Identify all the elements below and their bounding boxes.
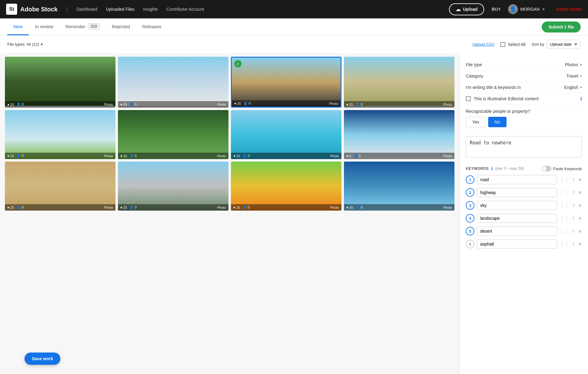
keywords-info-icon[interactable]: ℹ (491, 166, 493, 171)
keyword-delete-icon[interactable]: ✕ (578, 216, 582, 221)
grid-item[interactable]: ✓ ♥ 25 👤 0 Photo (231, 57, 341, 108)
grid-image (344, 110, 454, 159)
keyword-input[interactable] (477, 201, 557, 210)
grid-item[interactable]: ♥ 25 👤 0 Photo (118, 162, 228, 211)
editorial-label: This is Illustrative Editorial content (474, 96, 577, 101)
upload-button[interactable]: ☁ Upload (449, 3, 484, 15)
keyword-delete-icon[interactable]: ✕ (578, 241, 582, 247)
keyword-number: 5 (466, 227, 474, 235)
grid-item[interactable]: ♥ 25 👤 0 Photo (344, 57, 454, 108)
keyword-row: 6⋮⋮⇧✕ (466, 238, 582, 250)
editorial-info-icon[interactable]: ℹ (580, 96, 582, 101)
file-type-label: Photo (443, 103, 452, 106)
keyword-move-up-icon[interactable]: ⇧ (572, 216, 575, 221)
save-work-button[interactable]: Save work (24, 353, 60, 365)
keyword-input[interactable] (477, 188, 557, 197)
keyword-delete-icon[interactable]: ✕ (578, 228, 582, 234)
submit-file-button[interactable]: Submit 1 file (542, 21, 581, 32)
keywords-hint: (min: 5 - max: 50) (495, 166, 524, 171)
grid-item[interactable]: ♥ 25 👤 0 Photo (231, 162, 341, 211)
sort-dropdown[interactable]: Upload date Title File type (547, 40, 581, 49)
select-all-checkbox[interactable] (500, 42, 505, 47)
select-all-section[interactable]: Select All (500, 42, 526, 47)
keyword-move-up-icon[interactable]: ⇧ (572, 190, 575, 195)
keyword-move-up-icon[interactable]: ⇧ (572, 177, 575, 182)
language-value[interactable]: English ▾ (564, 85, 582, 90)
tab-in-review[interactable]: In review (29, 18, 59, 35)
upload-csv-button[interactable]: Upload CSV (473, 42, 495, 47)
file-type-label: Photo (330, 206, 339, 209)
tab-rejected[interactable]: Rejected (106, 18, 136, 35)
grid-image (5, 57, 115, 106)
grid-item[interactable]: ♥ 25 👤 0 Photo (344, 162, 454, 211)
nav-dashboard[interactable]: Dashboard (76, 7, 97, 12)
grid-item[interactable]: ♥ 25 👤 0 Photo (5, 57, 115, 108)
editorial-checkbox[interactable] (466, 96, 471, 101)
keyword-move-up-icon[interactable]: ⇧ (572, 242, 575, 246)
file-type-label: Photo (330, 154, 339, 158)
nav-contributor-account[interactable]: Contributor Account (167, 7, 204, 12)
nav-insights[interactable]: Insights (143, 7, 158, 12)
keyword-drag-icon[interactable]: ⋮⋮ (560, 241, 569, 247)
grid-item[interactable]: ♥ 25 👤 0 Photo (5, 110, 115, 159)
grid-item[interactable]: ♥ 25 👤 0 Photo (231, 110, 341, 159)
likes-stat: ♥ 25 (234, 102, 241, 105)
file-type-label: Photo (217, 103, 226, 106)
keyword-input[interactable] (477, 214, 557, 223)
toolbar: File types: All (12) ▾ Upload CSV Select… (0, 36, 588, 53)
yes-no-buttons: Yes No (466, 117, 582, 127)
user-menu[interactable]: 👤 MORGAN ▼ (508, 4, 545, 14)
keyword-drag-icon[interactable]: ⋮⋮ (560, 177, 569, 183)
grid-image (231, 110, 341, 159)
category-value[interactable]: Travel ▾ (567, 74, 582, 78)
keyword-input[interactable] (477, 175, 557, 184)
grid-item[interactable]: ♥ 5 👤 0 Photo (344, 110, 454, 159)
grid-item[interactable]: ♥ 25 👤 0 Photo (5, 162, 115, 211)
keyword-move-up-icon[interactable]: ⇧ (572, 229, 575, 234)
nav-uploaded-files[interactable]: Uploaded Files (106, 7, 134, 12)
file-type-label: Photo (104, 103, 113, 106)
paste-toggle-thumb (542, 166, 546, 171)
keyword-drag-icon[interactable]: ⋮⋮ (560, 216, 569, 221)
grid-image (118, 57, 228, 106)
keywords-list: 1⋮⋮⇧✕2⋮⋮⇧✕3⋮⋮⇧✕4⋮⋮⇧✕5⋮⋮⇧✕6⋮⋮⇧✕ (466, 173, 582, 250)
tab-reminder[interactable]: Reminder 319 (59, 18, 106, 35)
people-stat: 👤 0 (243, 101, 251, 105)
user-name: MORGAN (520, 7, 540, 12)
no-button[interactable]: No (488, 117, 507, 127)
buy-button[interactable]: BUY (492, 7, 501, 12)
keyword-drag-icon[interactable]: ⋮⋮ (560, 190, 569, 196)
keyword-input[interactable] (477, 239, 557, 249)
tab-releases[interactable]: Releases (136, 18, 168, 35)
grid-item[interactable]: ♥ 25 👤 0 Photo (118, 57, 228, 108)
keyword-number: 4 (466, 214, 474, 223)
main-header: St Adobe Stock | Dashboard Uploaded File… (0, 0, 588, 18)
tab-new[interactable]: New (7, 18, 29, 35)
file-types-dropdown[interactable]: File types: All (12) ▾ (7, 42, 43, 47)
title-section: Road to nowhere (466, 132, 582, 163)
image-grid: ♥ 25 👤 0 Photo ♥ 25 👤 0 Photo ✓ ♥ 25 👤 0… (5, 57, 454, 211)
likes-stat: ♥ 25 (233, 206, 240, 209)
title-input[interactable]: Road to nowhere (466, 136, 582, 158)
keyword-input[interactable] (477, 227, 557, 236)
keyword-drag-icon[interactable]: ⋮⋮ (560, 203, 569, 208)
logo-name: Adobe Stock (20, 6, 58, 13)
keyword-delete-icon[interactable]: ✕ (578, 190, 582, 196)
file-type-label: File type (466, 62, 565, 67)
people-stat: 👤 0 (17, 205, 24, 209)
keyword-drag-icon[interactable]: ⋮⋮ (560, 228, 569, 234)
header-nav: Dashboard Uploaded Files Insights Contri… (76, 7, 204, 12)
keyword-delete-icon[interactable]: ✕ (578, 177, 582, 183)
people-stat: 👤 0 (356, 205, 363, 209)
keywords-header: KEYWORDS ℹ (min: 5 - max: 50) Paste Keyw… (466, 163, 582, 173)
grid-item-footer: ♥ 25 👤 0 Photo (231, 153, 341, 159)
yes-button[interactable]: Yes (466, 117, 486, 127)
grid-item[interactable]: ♥ 25 👤 0 Photo (118, 110, 228, 159)
sort-section: Sort by Upload date Title File type (532, 40, 581, 49)
paste-toggle[interactable]: Paste Keywords (541, 166, 582, 171)
keyword-move-up-icon[interactable]: ⇧ (572, 203, 575, 208)
grid-image (5, 162, 115, 211)
category-label: Category (466, 74, 567, 78)
keyword-delete-icon[interactable]: ✕ (578, 203, 582, 208)
file-type-value[interactable]: Photos ▾ (565, 62, 582, 67)
